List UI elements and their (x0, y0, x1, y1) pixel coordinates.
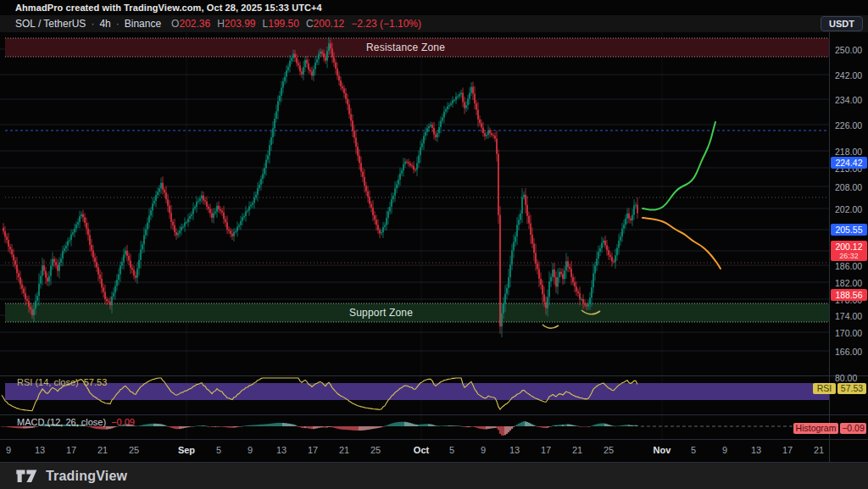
macd-badge-value: −0.09 (840, 423, 866, 434)
price-tick-label: 182.00 (835, 278, 862, 288)
rsi-badge-label: RSI (813, 383, 836, 394)
attribution-text: AhmadPro created with TradingView.com, O… (15, 3, 322, 13)
time-tick-label: 21 (97, 445, 108, 455)
price-tick-label: 186.00 (835, 261, 862, 271)
ohlc-number: 203.99 (225, 18, 256, 30)
level-lines[interactable] (5, 131, 829, 263)
price-tick-label: 226.00 (835, 120, 862, 131)
exchange-label: Binance (125, 18, 161, 30)
macd-title-text[interactable]: MACD (12, 26, close) (17, 417, 106, 427)
time-tick-label: 13 (751, 445, 761, 455)
time-tick-label: 9 (6, 445, 11, 455)
time-tick-label: 17 (66, 445, 76, 455)
ohlc-number: 202.36 (179, 18, 210, 30)
tradingview-logo-icon (15, 468, 39, 484)
price-tick-label: 218.00 (835, 147, 862, 157)
rsi-band (5, 383, 829, 400)
time-tick-label: 9 (722, 445, 727, 455)
time-tick-label: 17 (782, 445, 793, 455)
time-tick-month: Oct (414, 445, 429, 455)
time-tick-month: Nov (654, 445, 671, 455)
rsi-title-text[interactable]: RSI (14, close) (17, 377, 79, 387)
projection-drawings[interactable] (542, 122, 721, 328)
time-tick-label: 13 (276, 445, 287, 455)
price-tick-label: 208.00 (835, 182, 862, 192)
time-axis[interactable]: 913172125Sep5913172125Oct5913172125Nov59… (0, 440, 868, 463)
ohlc-pair: L199.50 (263, 18, 299, 30)
price-tick-label: 170.00 (835, 328, 862, 338)
last-price-value: 200.12 (835, 242, 862, 252)
time-tick-label: 13 (35, 445, 45, 455)
support-zone[interactable] (5, 303, 829, 322)
support-zone-label[interactable]: Support Zone (349, 307, 413, 319)
rsi-panel[interactable] (2, 378, 829, 411)
interval-label[interactable]: 4h (99, 18, 110, 30)
tradingview-logo-text: TradingView (46, 469, 127, 484)
ohlc-pair: O202.36 (171, 18, 210, 30)
price-tick-label: 166.00 (835, 347, 862, 357)
price-tick-label: 174.00 (835, 311, 862, 321)
ohlc-number: 199.50 (268, 18, 299, 30)
higher-low-arc-1[interactable] (542, 325, 559, 328)
time-tick-label: 21 (572, 445, 582, 455)
macd-value: −0.09 (111, 417, 135, 427)
tradingview-logo[interactable]: TradingView (15, 468, 127, 484)
currency-toggle-button[interactable]: USDT (821, 16, 863, 31)
time-tick-label: 5 (216, 445, 221, 455)
orange-projection-curve[interactable] (643, 218, 721, 269)
time-tick-label: 17 (308, 445, 318, 455)
rsi-badge-value: 57.53 (837, 383, 866, 394)
time-tick-label: 9 (248, 445, 253, 455)
green-projection-curve[interactable] (643, 122, 715, 210)
time-tick-label: 25 (604, 445, 614, 455)
rsi-value: 57.53 (84, 377, 108, 387)
ohlc-letter: H (217, 18, 225, 30)
ohlc-letter: C (306, 18, 314, 30)
macd-indicator-title[interactable]: MACD (12, 26, close)−0.09 (17, 417, 135, 427)
symbol-info-bar[interactable]: SOL / TetherUS · 4h · Binance O202.36H20… (15, 18, 421, 30)
price-axis[interactable]: 166.00170.00174.00178.00182.00186.00190.… (830, 32, 868, 462)
price-zones[interactable] (5, 38, 829, 322)
bar-countdown: 26:32 (831, 252, 867, 261)
footer-bar (0, 463, 868, 489)
tradingview-chart-window: AhmadPro created with TradingView.com, O… (0, 0, 868, 489)
time-tick-month: Sep (178, 445, 195, 455)
price-level-badge: 224.42 (831, 157, 867, 169)
time-tick-label: 5 (691, 445, 696, 455)
separator: · (91, 18, 94, 30)
separator: · (116, 18, 120, 30)
ohlc-values: O202.36H203.99L199.50C200.12 (171, 18, 344, 30)
candlestick-series[interactable] (3, 37, 637, 338)
change-value: −2.23 (−1.10%) (351, 18, 421, 30)
chart-canvas[interactable] (0, 0, 868, 489)
ohlc-number: 200.12 (314, 18, 345, 30)
time-tick-label: 5 (449, 445, 454, 455)
time-tick-label: 25 (370, 445, 381, 455)
price-level-badge: 188.56 (831, 289, 867, 301)
resistance-zone-label[interactable]: Resistance Zone (366, 42, 445, 53)
time-tick-label: 9 (481, 445, 486, 455)
symbol-name[interactable]: SOL / TetherUS (15, 18, 86, 30)
macd-badge-label: Histogram (793, 423, 838, 434)
time-tick-label: 21 (814, 445, 824, 455)
last-price-badge: 200.1226:32 (831, 241, 867, 261)
time-tick-label: 21 (339, 445, 349, 455)
price-tick-label: 234.00 (835, 95, 862, 105)
price-tick-label: 242.00 (835, 70, 862, 81)
rsi-axis-tick: 80.00 (835, 373, 857, 383)
time-tick-label: 17 (541, 445, 551, 455)
price-tick-label: 250.00 (835, 45, 862, 55)
price-level-badge: 205.55 (831, 224, 867, 236)
ohlc-letter: O (171, 18, 179, 30)
ohlc-pair: C200.12 (306, 18, 344, 30)
rsi-indicator-title[interactable]: RSI (14, close)57.53 (17, 377, 107, 387)
time-tick-label: 13 (509, 445, 520, 455)
time-tick-label: 25 (129, 445, 139, 455)
price-tick-label: 202.00 (835, 204, 862, 214)
ohlc-letter: L (263, 18, 269, 30)
ohlc-pair: H203.99 (217, 18, 255, 30)
gridlines (0, 32, 829, 439)
